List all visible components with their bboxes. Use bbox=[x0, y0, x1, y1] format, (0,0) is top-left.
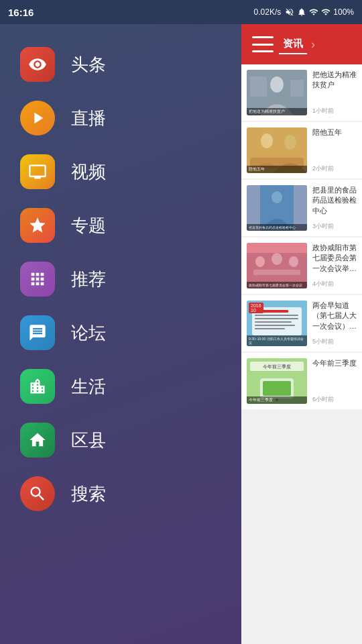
eye-icon bbox=[28, 55, 47, 74]
svg-point-16 bbox=[272, 253, 282, 265]
tv-icon bbox=[28, 162, 47, 181]
svg-point-15 bbox=[255, 256, 265, 267]
status-bar: 16:16 0.02K/s 100% bbox=[0, 0, 362, 24]
luntan-label: 论坛 bbox=[71, 321, 106, 345]
svg-point-10 bbox=[272, 191, 282, 203]
quxian-label: 区县 bbox=[71, 429, 106, 452]
news-meta: 把他送为精准扶贫户 1小时前 bbox=[312, 70, 357, 115]
play-icon bbox=[28, 109, 47, 127]
zhuanti-label: 专题 bbox=[71, 214, 106, 237]
sidebar: 头条 直播 视频 专题 推荐 bbox=[0, 24, 241, 644]
news-meta: 陪他五年 2小时前 bbox=[312, 127, 357, 173]
tuijian-icon bbox=[20, 262, 55, 297]
main-layout: 头条 直播 视频 专题 推荐 bbox=[0, 24, 362, 644]
shipin-label: 视频 bbox=[71, 160, 106, 184]
sidebar-item-luntan[interactable]: 论坛 bbox=[0, 306, 241, 360]
news-thumb: 政协咸阳市第七届委员会第一次会议 bbox=[247, 243, 307, 288]
sidebar-item-zhuanti[interactable]: 专题 bbox=[0, 199, 241, 252]
luntan-icon bbox=[20, 315, 55, 350]
thumb-caption-5: 9:30~10:30 泾阳工作人员专题培训会议 bbox=[247, 335, 307, 346]
thumb-caption-4: 政协咸阳市第七届委员会第一次会议 bbox=[247, 282, 307, 288]
news-thumb: 今年前三季度 今年前三季度 bbox=[247, 358, 307, 404]
chat-icon bbox=[28, 323, 47, 342]
svg-text:今年前三季度: 今年前三季度 bbox=[263, 364, 291, 369]
news-time: 6小时前 bbox=[312, 395, 357, 404]
news-thumb: 201610 9:30~10:30 泾阳工作人员专题培训会议 bbox=[247, 301, 307, 346]
network-speed: 0.02K/s bbox=[254, 7, 282, 17]
news-title: 把县里的食品药品送检验检中心 bbox=[312, 185, 357, 216]
mute-icon bbox=[285, 7, 294, 17]
sidebar-item-sousuo[interactable]: 搜索 bbox=[0, 467, 241, 521]
news-list: 把他送为精准扶贫户 把他送为精准扶贫户 1小时前 bbox=[241, 64, 362, 644]
battery-level: 100% bbox=[333, 7, 354, 17]
sidebar-item-zhibo[interactable]: 直播 bbox=[0, 91, 241, 145]
hamburger-line-3 bbox=[252, 50, 274, 52]
sidebar-item-quxian[interactable]: 区县 bbox=[0, 413, 241, 467]
wifi-icon bbox=[309, 7, 318, 17]
news-meta: 把县里的食品药品送检验检中心 3小时前 bbox=[312, 185, 357, 231]
news-meta: 今年前三季度 6小时前 bbox=[312, 358, 357, 404]
svg-rect-24 bbox=[255, 321, 292, 323]
news-title: 把他送为精准扶贫户 bbox=[312, 70, 357, 91]
zhuanti-icon bbox=[20, 208, 55, 243]
news-thumb: 把县里的食品药品送检验检中心 bbox=[247, 185, 307, 231]
svg-point-17 bbox=[289, 256, 298, 267]
svg-rect-26 bbox=[255, 328, 285, 329]
thumb-tag-5: 201610 bbox=[249, 303, 263, 313]
toutiao-label: 头条 bbox=[71, 53, 106, 76]
tab-zixun[interactable]: 资讯 bbox=[279, 35, 307, 54]
status-right: 0.02K/s 100% bbox=[254, 7, 354, 17]
news-item[interactable]: 把他送为精准扶贫户 把他送为精准扶贫户 1小时前 bbox=[241, 64, 362, 121]
alarm-icon bbox=[297, 7, 306, 17]
tab-2[interactable]: › bbox=[307, 35, 319, 54]
zhibo-label: 直播 bbox=[71, 107, 106, 130]
building-icon bbox=[28, 377, 47, 396]
thumb-caption-1: 把他送为精准扶贫户 bbox=[247, 108, 307, 115]
quxian-icon bbox=[20, 423, 55, 458]
zhibo-icon bbox=[20, 101, 55, 136]
news-time: 4小时前 bbox=[312, 280, 357, 288]
news-item[interactable]: 今年前三季度 今年前三季度 今年前三季度 6小时前 bbox=[241, 353, 362, 409]
home-icon bbox=[28, 431, 47, 449]
news-item[interactable]: 陪他五年 陪他五年 2小时前 bbox=[241, 122, 362, 178]
news-thumb: 陪他五年 bbox=[247, 127, 307, 173]
news-item[interactable]: 201610 9:30~10:30 泾阳工作人员专题培训会议 两会早知道（第七届… bbox=[241, 295, 362, 352]
shipin-icon bbox=[20, 154, 55, 189]
svg-point-7 bbox=[284, 135, 296, 150]
svg-point-6 bbox=[261, 133, 273, 148]
thumb-caption-3: 把县里的食品药品送检验检中心 bbox=[247, 224, 307, 231]
svg-rect-3 bbox=[250, 76, 267, 97]
news-time: 2小时前 bbox=[312, 164, 357, 173]
hamburger-line-1 bbox=[252, 36, 274, 38]
right-header: 资讯 › bbox=[241, 24, 362, 64]
sidebar-item-shipin[interactable]: 视频 bbox=[0, 145, 241, 199]
news-title: 陪他五年 bbox=[312, 127, 357, 138]
signal-icon bbox=[321, 7, 330, 17]
status-time: 16:16 bbox=[8, 7, 34, 18]
grid-icon bbox=[28, 270, 47, 288]
hamburger-button[interactable] bbox=[252, 36, 274, 52]
svg-rect-14 bbox=[253, 270, 300, 275]
news-title: 两会早知道（第七届人大一次会议）泾阳工作人员专题培训会议 bbox=[312, 301, 357, 331]
svg-rect-31 bbox=[263, 381, 291, 396]
shenghuo-icon bbox=[20, 369, 55, 404]
svg-rect-4 bbox=[290, 80, 304, 97]
hamburger-line-2 bbox=[252, 44, 274, 46]
news-title: 政协咸阳市第七届委员会第一次会议举行召集人会议 bbox=[312, 243, 357, 274]
sidebar-item-tuijian[interactable]: 推荐 bbox=[0, 252, 241, 306]
status-icons: 100% bbox=[285, 7, 354, 17]
search-icon bbox=[28, 484, 47, 503]
sidebar-item-shenghuo[interactable]: 生活 bbox=[0, 360, 241, 413]
sousuo-label: 搜索 bbox=[71, 482, 106, 506]
news-item[interactable]: 政协咸阳市第七届委员会第一次会议 政协咸阳市第七届委员会第一次会议举行召集人会议… bbox=[241, 237, 362, 294]
svg-point-2 bbox=[270, 76, 284, 93]
news-meta: 两会早知道（第七届人大一次会议）泾阳工作人员专题培训会议 5小时前 bbox=[312, 301, 357, 346]
toutiao-icon bbox=[20, 47, 55, 82]
shenghuo-label: 生活 bbox=[71, 375, 106, 398]
sidebar-item-toutiao[interactable]: 头条 bbox=[0, 38, 241, 91]
news-item[interactable]: 把县里的食品药品送检验检中心 把县里的食品药品送检验检中心 3小时前 bbox=[241, 180, 362, 236]
tuijian-label: 推荐 bbox=[71, 268, 106, 291]
thumb-caption-6: 今年前三季度 bbox=[247, 396, 307, 404]
svg-rect-23 bbox=[255, 318, 298, 319]
news-title: 今年前三季度 bbox=[312, 358, 357, 368]
